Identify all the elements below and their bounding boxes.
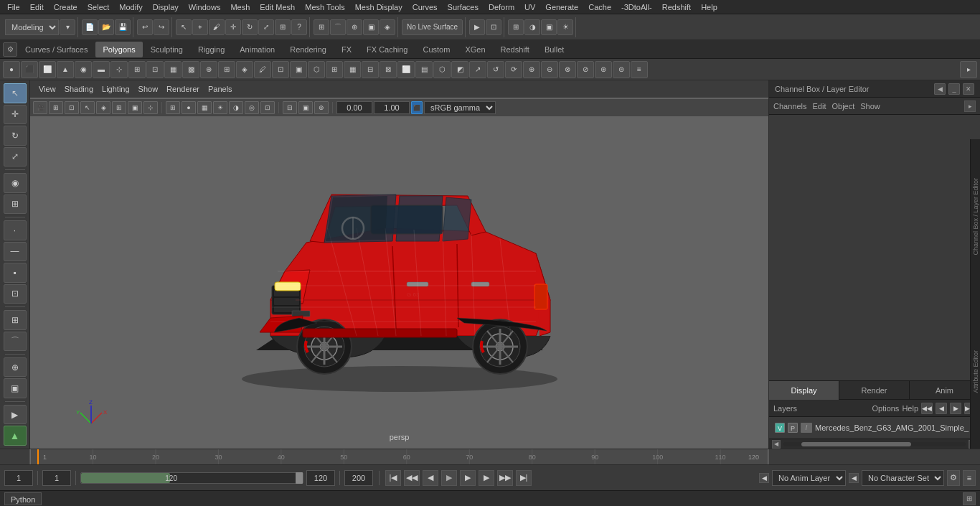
open-file-btn[interactable]: 📂 [98,19,114,35]
menu-deform[interactable]: Deform [484,0,519,14]
status-end-btn[interactable]: ⊞ [963,492,976,505]
save-file-btn[interactable]: 💾 [115,19,131,35]
shelf-2[interactable]: ⊞ [128,61,146,78]
vp-value2-field[interactable] [374,101,410,114]
layer-row-0[interactable]: V P / Mercedes_Benz_G63_AMG_2001_Simple_ [772,420,977,436]
tab-sculpting[interactable]: Sculpting [143,42,190,57]
vp-menu-lighting[interactable]: Lighting [99,85,133,93]
layers-next-btn[interactable]: ▶ [950,403,961,414]
select-mode-btn[interactable]: ↖ [4,83,27,103]
cb-nav-edit[interactable]: Edit [812,102,826,111]
menu-cache[interactable]: Cache [584,0,616,14]
menu-file[interactable]: File [3,0,24,14]
menu-mesh-tools[interactable]: Mesh Tools [301,0,349,14]
snap-point-btn[interactable]: ⊕ [347,19,362,35]
vp-ao-btn[interactable]: ◎ [245,101,259,114]
vp-menu-show[interactable]: Show [136,85,161,93]
menu-mesh-display[interactable]: Mesh Display [351,0,407,14]
shelf-8[interactable]: ◈ [236,61,253,78]
paint-select-btn[interactable]: 🖌 [209,19,225,35]
vp-grid-btn[interactable]: ⊞ [112,101,126,114]
vp-wire-btn[interactable]: ⊞ [166,101,180,114]
range-start-field[interactable] [306,470,335,486]
shelf-14[interactable]: ▦ [344,61,361,78]
menu-edit[interactable]: Edit [26,0,48,14]
cb-nav-show[interactable]: Show [860,102,880,111]
shelf-4[interactable]: ▦ [164,61,182,78]
anim-settings-btn[interactable]: ⚙ [947,470,960,486]
shaded-btn[interactable]: ◑ [524,19,540,35]
tab-polygons[interactable]: Polygons [95,42,142,57]
cb-nav-channels[interactable]: Channels [773,102,806,111]
shelf-30[interactable]: ≡ [631,61,648,78]
shelf-12[interactable]: ⬡ [308,61,325,78]
cb-arrow-left[interactable]: ◀ [934,83,946,95]
shelf-18[interactable]: ▤ [415,61,433,78]
shelf-sphere[interactable]: ● [3,61,20,78]
camera-tools-btn[interactable]: ▣ [4,378,27,398]
select-btn[interactable]: ↖ [176,19,192,35]
menu-select[interactable]: Select [83,0,114,14]
shelf-6[interactable]: ⊕ [200,61,217,78]
vp-comp-btn[interactable]: ⊹ [143,101,158,114]
menu-3dtall[interactable]: -3DtoAll- [617,0,656,14]
tab-rendering[interactable]: Rendering [283,42,334,57]
scale-btn[interactable]: ⤢ [258,19,274,35]
vp-menu-shading[interactable]: Shading [62,85,96,93]
vp-smooth-btn[interactable]: ● [182,101,196,114]
vp-menu-panels[interactable]: Panels [205,85,235,93]
menu-mesh[interactable]: Mesh [226,0,254,14]
next-key-btn[interactable]: ▶▶ [497,470,513,486]
shelf-25[interactable]: ⊖ [541,61,558,78]
tab-fx[interactable]: FX [334,42,359,57]
shelf-16[interactable]: ⊠ [380,61,397,78]
tab-xgen[interactable]: XGen [458,42,492,57]
show-manipulators-btn[interactable]: ⊕ [4,357,27,378]
snap-live-btn[interactable]: ◈ [380,19,395,35]
cb-tab-display[interactable]: Display [769,381,839,400]
vp-shadow-btn[interactable]: ◑ [229,101,243,114]
lasso-btn[interactable]: ⌖ [192,19,208,35]
menu-windows[interactable]: Windows [184,0,225,14]
new-file-btn[interactable]: 📄 [82,19,98,35]
ipr-btn[interactable]: ⊡ [486,19,501,35]
tab-rigging[interactable]: Rigging [191,42,232,57]
range-slider[interactable] [80,472,303,484]
shelf-cube[interactable]: ⬛ [21,61,38,78]
go-start-btn[interactable]: |◀ [385,470,401,486]
cb-close-btn[interactable]: ✕ [963,83,974,95]
attribute-editor-edge-label[interactable]: Attribute Editor [971,294,980,449]
vp-menu-view[interactable]: View [36,85,59,93]
play-fwd-btn[interactable]: ▶ [460,470,476,486]
shelf-plane[interactable]: ▬ [93,61,110,78]
textured-btn[interactable]: ▣ [541,19,557,35]
scroll-thumb[interactable] [801,442,910,446]
menu-display[interactable]: Display [149,0,183,14]
workspace-menu-btn[interactable]: ▾ [60,19,75,35]
start-frame-field[interactable] [42,470,71,486]
prev-key-btn[interactable]: ◀◀ [404,470,420,486]
shelf-end[interactable]: ▸ [960,61,977,78]
snap-surface-btn[interactable]: ▣ [363,19,379,35]
current-frame-field[interactable] [4,470,33,486]
lighting-btn[interactable]: ☀ [557,19,573,35]
shelf-21[interactable]: ↗ [469,61,486,78]
shelf-special[interactable]: ⊹ [110,61,128,78]
wireframe-btn[interactable]: ⊞ [508,19,524,35]
next-frame-btn[interactable]: ▶ [479,470,494,486]
vp-gate-btn[interactable]: ▣ [298,101,313,114]
layers-prev-btn[interactable]: ◀ [936,403,947,414]
char-set-arrow[interactable]: ◀ [849,473,859,483]
snap-curve-btn[interactable]: ⌒ [330,19,346,35]
cb-nav-object[interactable]: Object [831,102,854,111]
shelf-9[interactable]: 🖊 [254,61,271,78]
move-btn[interactable]: ✛ [225,19,241,35]
tab-bullet[interactable]: Bullet [537,42,572,57]
workspace-select[interactable]: Modeling [5,19,59,35]
go-end-btn[interactable]: ▶| [516,470,532,486]
vertex-select-btn[interactable]: · [4,220,27,240]
scroll-track[interactable] [783,442,966,446]
shelf-7[interactable]: ⊞ [218,61,235,78]
live-surface-btn[interactable]: No Live Surface [402,19,463,35]
tab-animation[interactable]: Animation [232,42,282,57]
